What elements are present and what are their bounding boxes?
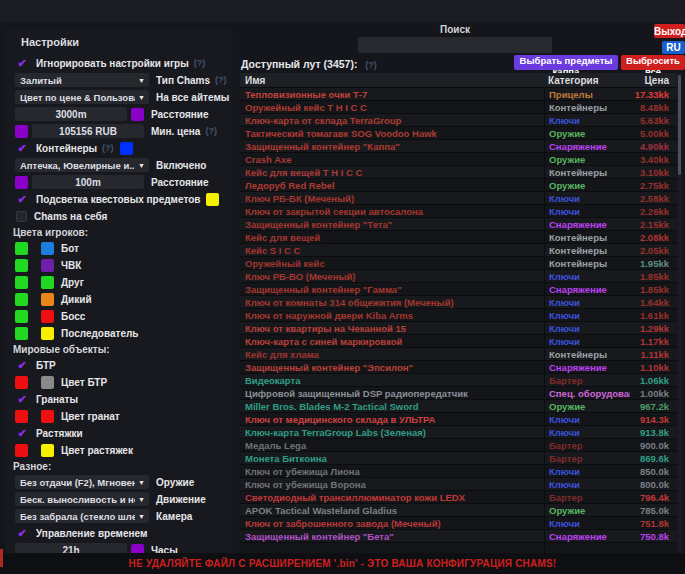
- table-row[interactable]: ВидеокартаБартер1.06kk: [240, 374, 677, 387]
- table-row[interactable]: Ледоруб Red RebelОружие2.75kk: [240, 179, 677, 192]
- table-row[interactable]: Ключ от наружной двери Kiba ArmsКлючи1.6…: [240, 309, 677, 322]
- table-row[interactable]: Ключ РБ-БК (Меченый)Ключи2.58kk: [240, 192, 677, 205]
- table-scrollbar[interactable]: [677, 73, 682, 553]
- color-swatch[interactable]: [206, 193, 219, 206]
- table-row[interactable]: Оружейный кейсКонтейнеры1.95kk: [240, 257, 677, 270]
- dropdown-movement-mods[interactable]: Беск. выносливость и нет уста▼: [15, 492, 149, 506]
- table-row[interactable]: Тепловизионные очки Т-7Прицелы17.33kk: [240, 88, 677, 101]
- table-row[interactable]: Кейс S I C CКонтейнеры2.05kk: [240, 244, 677, 257]
- search-input[interactable]: [358, 37, 552, 53]
- checkmark-icon[interactable]: ✔: [15, 359, 29, 371]
- dropdown-weapon-mods[interactable]: Без отдачи (F2), Мгновенное п▼: [15, 475, 149, 489]
- table-row[interactable]: Защищенный контейнер "Тета"Снаряжение2.1…: [240, 218, 677, 231]
- table-row[interactable]: Кейс для вещей T H I C CКонтейнеры3.10kk: [240, 166, 677, 179]
- table-row[interactable]: Цифровой защищенный DSP радиопередатчикС…: [240, 387, 677, 400]
- table-row[interactable]: Ключ-карта TerraGroup Labs (Зеленая)Ключ…: [240, 426, 677, 439]
- column-price[interactable]: Цена: [630, 75, 677, 86]
- table-row[interactable]: Ключ-карта от склада TerraGroupКлючи5.63…: [240, 114, 677, 127]
- colorpair-label: ЧВК: [61, 260, 81, 271]
- color-swatch-primary[interactable]: [15, 276, 28, 289]
- scrollbar-thumb[interactable]: [678, 75, 681, 175]
- drop-all-button[interactable]: Выбросить все: [621, 55, 685, 70]
- language-button[interactable]: RU: [662, 41, 685, 54]
- checkmark-icon[interactable]: ✔: [15, 57, 29, 69]
- table-row[interactable]: Ключ от закрытой секции автосалонаКлючи2…: [240, 205, 677, 218]
- color-swatch-primary[interactable]: [15, 259, 28, 272]
- checkmark-icon[interactable]: ✔: [15, 142, 29, 154]
- settings-panel: Настройки ✔Игнорировать настройки игры(?…: [5, 30, 233, 556]
- color-swatch-primary[interactable]: [15, 242, 28, 255]
- table-row[interactable]: Кейс для вещейКонтейнеры2.08kk: [240, 231, 677, 244]
- table-row[interactable]: Монета БиткоинаБартер869.6k: [240, 452, 677, 465]
- item-category: Ключи: [544, 335, 630, 347]
- table-row[interactable]: Ключ от заброшенного завода (Меченый)Клю…: [240, 517, 677, 530]
- input-label: Расстояние: [151, 109, 209, 120]
- table-row[interactable]: [240, 543, 677, 553]
- checkmark-icon[interactable]: ✔: [15, 427, 29, 439]
- color-swatch-secondary[interactable]: [41, 327, 54, 340]
- item-category: Ключи: [544, 426, 630, 438]
- color-swatch-secondary[interactable]: [41, 444, 54, 457]
- exit-button[interactable]: Выход: [654, 24, 685, 38]
- colorpair-label: Босс: [61, 311, 85, 322]
- color-swatch-primary[interactable]: [15, 310, 28, 323]
- color-swatch-primary[interactable]: [15, 376, 28, 389]
- table-row[interactable]: Тактический томагавк SOG Voodoo HawkОруж…: [240, 127, 677, 140]
- table-row[interactable]: Ключ от комнаты 314 общежития (Меченый)К…: [240, 296, 677, 309]
- table-row[interactable]: Оружейный кейс T H I C CКонтейнеры8.48kk: [240, 101, 677, 114]
- column-name[interactable]: Имя: [240, 75, 544, 86]
- color-swatch-primary[interactable]: [15, 327, 28, 340]
- item-category: Ключи: [544, 517, 630, 529]
- color-swatch[interactable]: [15, 125, 28, 138]
- table-row[interactable]: Crash AxeОружие3.40kk: [240, 153, 677, 166]
- color-swatch[interactable]: [131, 108, 144, 121]
- table-row[interactable]: Ключ РБ-ВО (Меченый)Ключи1.85kk: [240, 270, 677, 283]
- table-row[interactable]: Защищенный контейнер "Эпсилон"Снаряжение…: [240, 361, 677, 374]
- table-row[interactable]: Кейс для хламаКонтейнеры1.11kk: [240, 348, 677, 361]
- color-swatch-primary[interactable]: [15, 410, 28, 423]
- checkmark-icon[interactable]: ✔: [15, 527, 29, 539]
- color-swatch-primary[interactable]: [15, 293, 28, 306]
- color-swatch-secondary[interactable]: [41, 242, 54, 255]
- column-category[interactable]: Категория: [544, 75, 630, 86]
- dropdown-item-color-mode[interactable]: Цвет по цене & Пользователь▼: [15, 90, 149, 104]
- settings-item-item-distance: 3000mРасстояние: [13, 107, 233, 121]
- table-row[interactable]: Защищенный контейнер "Гамма"Снаряжение1.…: [240, 283, 677, 296]
- item-name: Ключ от медицинского склада в УЛЬТРА: [240, 414, 544, 425]
- item-price: 1.85kk: [630, 284, 677, 295]
- table-row[interactable]: Защищенный контейнер "Каппа"Снаряжение4.…: [240, 140, 677, 153]
- color-swatch-primary[interactable]: [15, 444, 28, 457]
- dropdown-camera-mods[interactable]: Без забрала (стекло шлема)▼: [15, 509, 149, 523]
- dropdown-container-types[interactable]: Аптечка, Ювелирные и...▼: [15, 158, 149, 172]
- table-row[interactable]: Ключ от медицинского склада в УЛЬТРАКлюч…: [240, 413, 677, 426]
- color-swatch-secondary[interactable]: [41, 410, 54, 423]
- input-container-distance[interactable]: 100m: [32, 175, 144, 189]
- table-row[interactable]: Ключ от квартиры на Чеканной 15Ключи1.29…: [240, 322, 677, 335]
- table-row[interactable]: Ключ от убежища ВоронаКлючи800.0k: [240, 478, 677, 491]
- checkmark-icon[interactable]: ✔: [15, 393, 29, 405]
- color-swatch-secondary[interactable]: [41, 376, 54, 389]
- checkbox-empty[interactable]: [16, 211, 27, 222]
- table-row[interactable]: Медаль LegaБартер900.0k: [240, 439, 677, 452]
- input-min-price[interactable]: 105156 RUB: [32, 124, 144, 138]
- item-price: 1.00kk: [630, 388, 677, 399]
- select-kappa-items-button[interactable]: Выбрать предметы каппа: [514, 55, 618, 70]
- checkmark-icon[interactable]: ✔: [15, 193, 29, 205]
- color-swatch-secondary[interactable]: [41, 293, 54, 306]
- color-swatch-secondary[interactable]: [41, 276, 54, 289]
- color-swatch[interactable]: [120, 142, 133, 155]
- table-row[interactable]: Защищенный контейнер "Бета"Снаряжение750…: [240, 530, 677, 543]
- table-row[interactable]: APOK Tactical Wasteland GladiusОружие785…: [240, 504, 677, 517]
- dropdown-chams-type[interactable]: Залитый▼: [15, 73, 149, 87]
- input-item-distance[interactable]: 3000m: [15, 107, 127, 121]
- color-swatch[interactable]: [15, 176, 28, 189]
- item-name: Ключ-карта от склада TerraGroup: [240, 115, 544, 126]
- table-row[interactable]: Ключ от убежища ЛионаКлючи850.0k: [240, 465, 677, 478]
- item-category: Контейнеры: [544, 101, 630, 113]
- table-row[interactable]: Miller Bros. Blades M-2 Tactical SwordОр…: [240, 400, 677, 413]
- table-row[interactable]: Ключ-карта с синей маркировкойКлючи1.17k…: [240, 335, 677, 348]
- color-swatch-secondary[interactable]: [41, 310, 54, 323]
- table-row[interactable]: Светодиодный трансиллюминатор кожи LEDXБ…: [240, 491, 677, 504]
- color-swatch-secondary[interactable]: [41, 259, 54, 272]
- colorpair-label: Последователь: [61, 328, 139, 339]
